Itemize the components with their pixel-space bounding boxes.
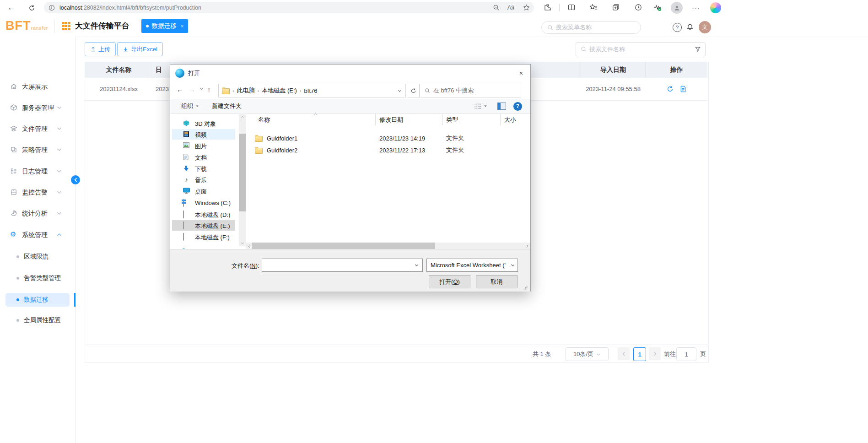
collections-icon[interactable] [610,1,622,13]
chevron-down-icon[interactable] [484,105,487,108]
tree-item-downloads[interactable]: 下载 [172,163,235,174]
tree-vertical-scrollbar[interactable] [239,113,246,246]
next-page-button[interactable] [649,347,661,360]
nav-back-icon[interactable]: ← [177,86,183,93]
scroll-down-arrow[interactable] [239,240,246,246]
sidebar-subitem-region-limit[interactable]: 区域限流 [0,250,75,264]
browser-settings-menu-icon[interactable]: ··· [690,2,702,14]
tree-item-documents[interactable]: 文档 [172,152,235,162]
nav-forward-icon[interactable]: → [189,86,195,93]
scroll-up-arrow[interactable] [239,113,246,120]
organize-menu[interactable]: 组织 [181,102,193,110]
copilot-icon[interactable] [710,2,721,13]
menu-search-box[interactable]: 搜索菜单名称 [541,21,641,34]
notification-bell-icon[interactable] [685,22,695,32]
breadcrumb-this-pc[interactable]: 此电脑 [237,86,255,95]
browser-essentials-icon[interactable] [652,1,663,13]
tree-item-drive-d[interactable]: 本地磁盘 (D:) [172,209,235,220]
filter-funnel-icon[interactable] [695,46,701,53]
apps-grid-icon[interactable] [62,22,70,30]
view-list-icon[interactable] [474,103,481,109]
split-screen-icon[interactable] [566,1,577,13]
prev-page-button[interactable] [618,347,630,360]
sidebar-collapse-button[interactable] [71,175,80,184]
list-row-guidfolder2[interactable]: Guidfolder2 2023/11/22 17:13 文件夹 [249,145,528,156]
dialog-search-box[interactable]: 在 bft76 中搜索 [420,84,521,97]
preview-pane-icon[interactable] [497,103,506,110]
tab-data-migration[interactable]: 数据迁移 × [141,19,188,33]
tree-item-videos[interactable]: 视频 [172,129,235,140]
table-header-import-date[interactable]: 导入日期 [581,62,645,78]
sidebar-subitem-label: 数据迁移 [24,296,49,304]
browser-profile-avatar[interactable] [671,2,683,14]
table-header-actions[interactable]: 操作 [646,62,707,78]
user-avatar[interactable]: 文 [699,21,711,33]
sidebar-subitem-global-props[interactable]: 全局属性配置 [0,313,75,327]
site-info-icon[interactable] [44,5,59,11]
drive-icon [183,222,190,229]
browser-address-bar[interactable]: localhost:28082/index.html#/bft/bftsyste… [44,2,534,13]
refresh-icon[interactable] [407,84,420,97]
export-excel-button[interactable]: 导出Excel [117,42,163,56]
goto-page-input[interactable]: 1 [676,347,696,361]
sidebar-item-strategy-mgmt[interactable]: 策略管理 [0,143,75,157]
filename-label: 文件名(N): [232,262,259,270]
list-header-name[interactable]: 名称 [258,116,270,124]
tab-close-icon[interactable]: × [181,23,183,29]
tree-item-drive-e-selected[interactable]: 本地磁盘 (E:) [172,220,235,231]
sidebar-item-label: 策略管理 [22,146,48,154]
tree-item-3d-objects[interactable]: 3D 对象 [172,118,235,129]
sidebar-item-log-mgmt[interactable]: 日志管理 [0,165,75,178]
browser-back-icon[interactable]: ← [5,2,17,14]
retry-icon[interactable] [667,86,674,92]
file-type-select[interactable]: Microsoft Excel Worksheet (' [426,259,518,272]
tree-item-music[interactable]: ♪ 音乐 [172,174,235,185]
sidebar-item-server-mgmt[interactable]: 服务器管理 [0,101,75,115]
new-folder-button[interactable]: 新建文件夹 [212,102,242,110]
sidebar-subitem-data-migration[interactable]: 数据迁移 [0,293,75,307]
file-modified: 2023/11/22 17:13 [379,147,425,154]
nav-up-icon[interactable]: ↑ [207,86,211,93]
nav-history-chevron-icon[interactable] [199,87,204,90]
history-icon[interactable] [632,1,644,13]
document-icon[interactable] [680,86,686,92]
sidebar-item-statistics[interactable]: 统计分析 [0,207,75,221]
sidebar-subitem-alert-type[interactable]: 告警类型管理 [0,271,75,285]
sidebar-item-file-mgmt[interactable]: 文件管理 [0,122,75,136]
sidebar-item-system-mgmt[interactable]: ⚙ 系统管理 [0,228,75,242]
help-icon[interactable]: ? [673,23,682,32]
breadcrumb-bft76[interactable]: bft76 [304,87,318,94]
upload-button[interactable]: 上传 [85,42,116,56]
extensions-icon[interactable] [542,1,554,13]
file-search-box[interactable]: 搜索文件名称 [576,42,706,56]
favorite-star-icon[interactable] [518,4,534,11]
resize-grip[interactable] [523,286,528,290]
sidebar-item-dashboard[interactable]: 大屏展示 [0,80,75,94]
dialog-help-icon[interactable]: ? [513,102,522,111]
tree-item-desktop[interactable]: 桌面 [172,186,235,196]
dialog-open-button[interactable]: 打开(O) [429,275,470,288]
tree-item-drive-f[interactable]: 本地磁盘 (F:) [172,232,235,242]
breadcrumb-dropdown-icon[interactable] [398,89,402,92]
dialog-title-bar[interactable]: 打开 × [170,65,530,81]
current-page-button[interactable]: 1 [633,347,646,361]
filename-input[interactable] [262,259,423,272]
tree-item-drive-c[interactable]: Windows (C:) [172,198,235,208]
browser-refresh-icon[interactable] [26,2,38,14]
page-size-select[interactable]: 10条/页 [566,347,609,361]
dialog-cancel-button[interactable]: 取消 [476,275,518,288]
breadcrumb-bar[interactable]: › 此电脑 › 本地磁盘 (E:) › bft76 [218,84,406,97]
scroll-thumb[interactable] [239,134,246,211]
table-header-file-name[interactable]: 文件名称 [85,62,152,78]
zoom-out-icon[interactable] [489,4,503,11]
read-aloud-icon[interactable]: A [503,4,518,11]
dialog-close-icon[interactable]: × [512,65,530,81]
list-row-guidfolder1[interactable]: Guidfolder1 2023/11/23 14:19 文件夹 [249,133,528,144]
list-header-type[interactable]: 类型 [446,116,458,124]
list-header-modified[interactable]: 修改日期 [379,116,403,124]
sidebar-item-monitor-alert[interactable]: 监控告警 [0,186,75,200]
list-header-size[interactable]: 大小 [504,116,516,124]
favorites-bar-icon[interactable] [588,1,599,13]
breadcrumb-drive-e[interactable]: 本地磁盘 (E:) [262,86,297,95]
tree-item-pictures[interactable]: 图片 [172,140,235,151]
